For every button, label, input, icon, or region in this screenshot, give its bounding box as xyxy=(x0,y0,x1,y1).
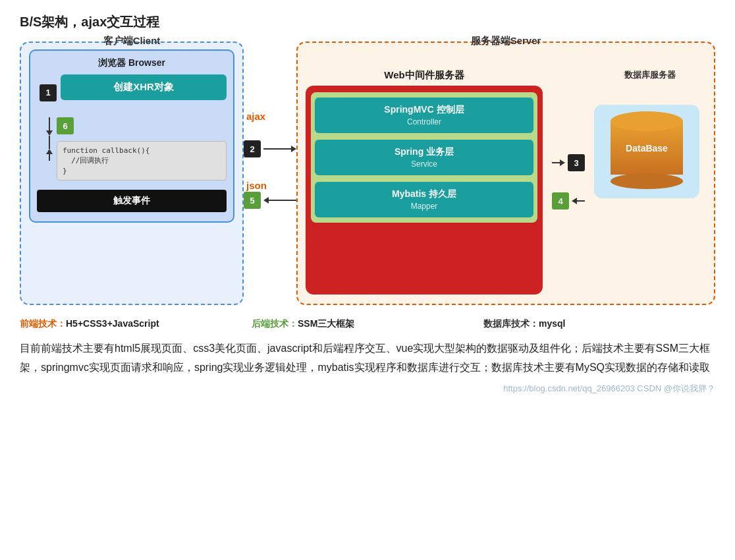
json-label: json xyxy=(246,180,267,191)
step3-badge: 3 xyxy=(568,154,585,171)
trigger-box: 触发事件 xyxy=(37,190,227,212)
service-box: Spring 业务层 Service xyxy=(315,140,533,175)
mapper-box: Mybatis 持久层 Mapper xyxy=(315,182,533,217)
middle-arrows: ajax 2 5 json xyxy=(244,74,296,305)
db-arrows: 3 4 xyxy=(552,69,585,294)
xhr-box: 创建XHR对象 xyxy=(61,74,227,100)
database-cylinder: DataBase xyxy=(611,111,683,189)
client-section: 客户端Client 浏览器 Browser 1 创建XHR对象 xyxy=(20,42,244,305)
watermark: https://blog.csdn.net/qq_26966203 CSDN @… xyxy=(20,383,715,395)
db-label: DataBase xyxy=(626,143,668,154)
db-section: DataBase xyxy=(594,105,699,198)
backend-tech: 后端技术：SSM三大框架 xyxy=(252,318,483,330)
step1-badge: 1 xyxy=(40,84,57,101)
web-middleware: SpringMVC 控制层 Controller Spring 业务层 Serv… xyxy=(306,86,543,294)
ajax-label: ajax xyxy=(246,111,265,122)
step4-badge: 4 xyxy=(552,192,569,210)
step2-badge: 2 xyxy=(244,140,261,157)
diagram-area: 客户端Client 浏览器 Browser 1 创建XHR对象 xyxy=(20,42,715,305)
server-label: 服务器端Server xyxy=(471,35,541,47)
db-server-label: 数据库服务器 xyxy=(594,69,706,81)
frontend-tech: 前端技术：H5+CSS3+JavaScript xyxy=(20,318,252,330)
step6-badge: 6 xyxy=(57,117,74,134)
browser-box: 浏览器 Browser 1 创建XHR对象 xyxy=(29,49,234,223)
step5-badge: 5 xyxy=(244,192,261,209)
page-title: B/S架构，ajax交互过程 xyxy=(20,13,715,31)
db-tech: 数据库技术：mysql xyxy=(483,318,715,330)
spring-inner: SpringMVC 控制层 Controller Spring 业务层 Serv… xyxy=(311,92,537,223)
server-section: 服务器端Server Web中间件服务器 SpringMVC 控制层 Contr… xyxy=(296,42,715,305)
controller-box: SpringMVC 控制层 Controller xyxy=(315,98,533,133)
cylinder-bottom xyxy=(611,173,683,189)
callback-box: function callback(){ //回调执行 } xyxy=(57,141,227,181)
browser-label: 浏览器 Browser xyxy=(37,57,227,69)
web-server-label: Web中间件服务器 xyxy=(306,69,543,82)
description-text: 目前前端技术主要有html5展现页面、css3美化页面、javascript和后… xyxy=(20,339,715,378)
cylinder-top xyxy=(611,111,683,131)
client-label: 客户端Client xyxy=(103,35,161,47)
bottom-tech: 前端技术：H5+CSS3+JavaScript 后端技术：SSM三大框架 数据库… xyxy=(20,318,715,330)
